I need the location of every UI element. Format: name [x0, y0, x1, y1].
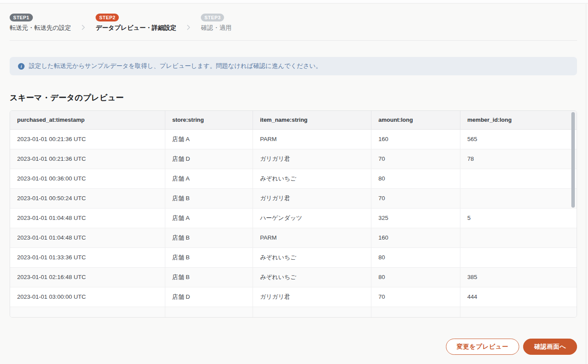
table-cell: 2023-01-01 00:36:00 UTC: [10, 169, 165, 188]
schema-preview-table: purchased_at:timestampstore:stringitem_n…: [10, 110, 577, 318]
table-cell: みぞれいちご: [253, 268, 371, 287]
table-scrollbar-thumb[interactable]: [571, 112, 575, 208]
table-header-cell: purchased_at:timestamp: [10, 111, 165, 129]
table-header-cell: item_name:string: [253, 111, 371, 129]
table-cell: 店舗 A: [165, 169, 253, 188]
table-cell: ガリガリ君: [253, 149, 371, 169]
table-row: 2023-01-01 03:00:00 UTC店舗 Dガリガリ君70444: [10, 287, 577, 307]
table-cell: 78: [460, 149, 577, 169]
table-cell: [371, 307, 460, 317]
table-cell: 70: [371, 287, 460, 307]
table-row: 2023-01-01 00:21:36 UTC店舗 Dガリガリ君7078: [10, 149, 577, 169]
table-cell: 2023-01-01 00:21:36 UTC: [10, 149, 165, 169]
table-cell: 385: [460, 268, 577, 287]
table-header-row: purchased_at:timestampstore:stringitem_n…: [10, 111, 577, 130]
table-row: 2023-01-01 00:36:00 UTC店舗 Aみぞれいちご80: [10, 169, 577, 189]
table-cell: 店舗 D: [165, 287, 253, 307]
main-content: STEP1 転送元・転送先の設定 STEP2 データプレビュー・詳細設定 STE…: [0, 4, 588, 355]
table-cell: [460, 248, 577, 267]
table-cell: 店舗 B: [165, 248, 253, 267]
table-cell: 160: [371, 228, 460, 247]
table-cell: 2023-01-01 01:04:48 UTC: [10, 209, 165, 228]
table-cell: ハーゲンダッツ: [253, 209, 371, 228]
table-cell: [460, 189, 577, 208]
table-cell: 80: [371, 169, 460, 188]
footer-actions: 変更をプレビュー 確認画面へ: [10, 339, 577, 355]
table-cell: PARM: [253, 228, 371, 247]
table-cell: 325: [371, 209, 460, 228]
step-item-source-destination[interactable]: STEP1 転送元・転送先の設定: [10, 14, 71, 31]
table-cell: 店舗 D: [165, 149, 253, 169]
table-cell: 70: [371, 149, 460, 169]
table-cell: みぞれいちご: [253, 248, 371, 267]
table-cell: 2023-01-01 02:16:48 UTC: [10, 268, 165, 287]
step3-label: 確認・適用: [201, 24, 232, 31]
table-cell: 店舗 B: [165, 228, 253, 247]
table-header-cell: amount:long: [371, 111, 460, 129]
info-banner-text: 設定した転送元からサンプルデータを取得し、プレビューします。問題なければ確認に進…: [29, 62, 322, 70]
table-cell: 565: [460, 130, 577, 149]
table-cell: [253, 307, 371, 317]
table-cell: 2023-01-01 00:50:24 UTC: [10, 189, 165, 208]
schema-preview-title: スキーマ・データのプレビュー: [10, 92, 577, 103]
table-row: 2023-01-01 01:04:48 UTC店舗 Aハーゲンダッツ3255: [10, 209, 577, 228]
page: STEP1 転送元・転送先の設定 STEP2 データプレビュー・詳細設定 STE…: [0, 0, 588, 364]
table-row: 2023-01-01 01:04:48 UTC店舗 BPARM160: [10, 228, 577, 248]
table-body: 2023-01-01 00:21:36 UTC店舗 APARM160565202…: [10, 130, 577, 317]
table-cell: [460, 307, 577, 317]
step1-label: 転送元・転送先の設定: [10, 24, 71, 31]
panel-right-edge: [586, 4, 586, 364]
panel-top-edge: [0, 0, 588, 4]
table-cell: [165, 307, 253, 317]
table-cell: 5: [460, 209, 577, 228]
chevron-right-icon: [187, 25, 190, 30]
table-cell: [460, 169, 577, 188]
table-cell: 店舗 B: [165, 189, 253, 208]
table-cell: 店舗 B: [165, 268, 253, 287]
step-item-confirm-apply: STEP3 確認・適用: [201, 14, 232, 31]
chevron-right-icon: [82, 25, 85, 30]
table-cell: 80: [371, 248, 460, 267]
table-header-cell: member_id:long: [460, 111, 577, 129]
table-cell: [10, 307, 165, 317]
info-icon: i: [18, 63, 25, 70]
table-row: 2023-01-01 01:33:36 UTC店舗 Bみぞれいちご80: [10, 248, 577, 268]
info-banner: i 設定した転送元からサンプルデータを取得し、プレビューします。問題なければ確認…: [10, 57, 577, 75]
step3-badge: STEP3: [201, 14, 224, 21]
table-cell: ガリガリ君: [253, 189, 371, 208]
step-wizard: STEP1 転送元・転送先の設定 STEP2 データプレビュー・詳細設定 STE…: [10, 4, 577, 31]
table-cell: 80: [371, 268, 460, 287]
table-header-cell: store:string: [165, 111, 253, 129]
table-cell: 160: [371, 130, 460, 149]
section-divider: [10, 40, 577, 41]
go-to-confirm-button[interactable]: 確認画面へ: [523, 339, 577, 355]
table-cell: 2023-01-01 01:33:36 UTC: [10, 248, 165, 267]
step2-badge: STEP2: [96, 14, 119, 21]
table-row: 2023-01-01 02:16:48 UTC店舗 Bみぞれいちご80385: [10, 268, 577, 287]
step1-badge: STEP1: [10, 14, 33, 21]
table-cell: PARM: [253, 130, 371, 149]
table-cell: 70: [371, 189, 460, 208]
table-cell: 444: [460, 287, 577, 307]
step-item-data-preview[interactable]: STEP2 データプレビュー・詳細設定: [96, 14, 176, 31]
table-cell: 2023-01-01 01:04:48 UTC: [10, 228, 165, 247]
table-cell: 店舗 A: [165, 130, 253, 149]
table-cell: [460, 228, 577, 247]
table-cell: 店舗 A: [165, 209, 253, 228]
table-cell: 2023-01-01 00:21:36 UTC: [10, 130, 165, 149]
table-row: 2023-01-01 00:50:24 UTC店舗 Bガリガリ君70: [10, 189, 577, 209]
step2-label: データプレビュー・詳細設定: [96, 24, 176, 31]
preview-changes-button[interactable]: 変更をプレビュー: [446, 339, 520, 355]
table-row: 2023-01-01 00:21:36 UTC店舗 APARM160565: [10, 130, 577, 149]
table-cell: みぞれいちご: [253, 169, 371, 188]
table-cell: ガリガリ君: [253, 287, 371, 307]
table-row-partial: [10, 307, 577, 317]
table-cell: 2023-01-01 03:00:00 UTC: [10, 287, 165, 307]
